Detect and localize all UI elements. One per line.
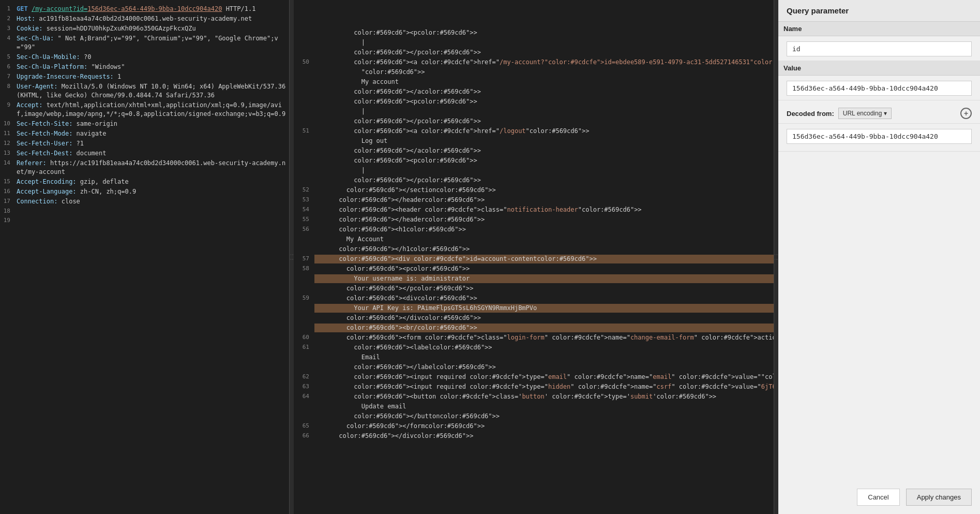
source-line: 52 color:#569cd6"></sectioncolor:#569cd6…	[294, 185, 774, 195]
source-line-number	[294, 117, 314, 126]
source-line: My account	[294, 77, 774, 87]
source-line-content	[314, 1, 774, 9]
source-line-content: color:#569cd6"></labelcolor:#569cd6">>	[314, 363, 774, 372]
source-line: color:#569cd6"></labelcolor:#569cd6">>	[294, 362, 774, 372]
line-content: Sec-Fetch-Site: same-origin	[14, 120, 289, 128]
line-content: Referer: https://ac191fb81eaa4a74c0bd2d3…	[14, 159, 289, 177]
source-line-number	[294, 146, 314, 155]
line-number: 18	[0, 207, 14, 215]
source-line-number: 65	[294, 422, 314, 431]
line-number: 15	[0, 178, 14, 186]
source-line-number	[294, 156, 314, 165]
line-number: 9	[0, 101, 14, 119]
source-line-number: 63	[294, 383, 314, 391]
source-line-content: color:#569cd6"></pcolor:#569cd6">>	[314, 176, 774, 185]
source-line-content: color:#569cd6"><h1color:#569cd6">>	[314, 225, 774, 234]
cancel-button[interactable]: Cancel	[857, 489, 899, 506]
line-number: 1	[0, 5, 14, 13]
line-content: Accept: text/html,application/xhtml+xml,…	[14, 101, 289, 119]
source-line-number: 51	[294, 127, 314, 136]
source-line-number	[294, 78, 314, 86]
request-line: 8User-Agent: Mozilla/5.0 (Windows NT 10.…	[0, 82, 289, 100]
source-line-number: 66	[294, 432, 314, 440]
source-line: 56 color:#569cd6"><h1color:#569cd6">>	[294, 225, 774, 234]
source-line: 50 color:#569cd6"><a color:#9cdcfe">href…	[294, 57, 774, 67]
name-input[interactable]	[787, 41, 972, 56]
request-panel: 1GET /my-account?id=156d36ec-a564-449b-9…	[0, 0, 290, 514]
source-line-number: 64	[294, 392, 314, 401]
source-line-number: 50	[294, 58, 314, 67]
request-line: 18	[0, 207, 289, 216]
source-line-number: 55	[294, 215, 314, 224]
source-line: 66 color:#569cd6"></divcolor:#569cd6">>	[294, 431, 774, 441]
source-line: color:#569cd6"></acolor:#569cd6">>	[294, 87, 774, 97]
request-line: 4Sec-Ch-Ua: " Not A;Brand";v="99", "Chro…	[0, 34, 289, 52]
add-encoding-button[interactable]: +	[960, 108, 972, 119]
source-line-content: color:#569cd6"><pcolor:#569cd6">>	[314, 265, 774, 273]
left-divider[interactable]: ⋮⋮	[290, 0, 294, 514]
source-line-content: color:#569cd6"></h1color:#569cd6">>	[314, 245, 774, 254]
source-line-content: color:#569cd6"></pcolor:#569cd6">>	[314, 48, 774, 57]
line-content: Sec-Fetch-Dest: document	[14, 149, 289, 158]
source-panel: color:#569cd6"><pcolor:#569cd6">> | colo…	[294, 0, 774, 514]
name-label: Name	[778, 22, 980, 36]
line-content: Accept-Encoding: gzip, deflate	[14, 178, 289, 186]
line-content: Sec-Fetch-Mode: navigate	[14, 129, 289, 138]
source-line-content: My Account	[314, 235, 774, 244]
source-line	[294, 0, 774, 9]
source-line-number	[294, 235, 314, 244]
source-line-content: color:#569cd6"><input required color:#9c…	[314, 383, 774, 391]
source-line: 64 color:#569cd6"><button color:#9cdcfe"…	[294, 392, 774, 402]
source-line-content: color:#569cd6"></divcolor:#569cd6">>	[314, 432, 774, 440]
source-line-content: color:#569cd6"><header color:#9cdcfe">cl…	[314, 205, 774, 214]
value-section: Value	[778, 61, 980, 100]
source-line-number: 57	[294, 255, 314, 263]
line-content: Host: ac191fb81eaa4a74c0bd2d34000c0061.w…	[14, 14, 289, 23]
source-line-number	[294, 353, 314, 362]
source-line-number: 56	[294, 225, 314, 234]
source-line-number	[294, 176, 314, 185]
source-line: 62 color:#569cd6"><input required color:…	[294, 372, 774, 382]
request-line: 13Sec-Fetch-Dest: document	[0, 149, 289, 158]
source-line-content: Your username is: administrator	[314, 274, 774, 283]
source-line: color:#569cd6"><pcolor:#569cd6">>	[294, 97, 774, 107]
apply-changes-button[interactable]: Apply changes	[906, 489, 972, 506]
line-content: GET /my-account?id=156d36ec-a564-449b-9b…	[14, 5, 289, 13]
source-line: color:#569cd6"></divcolor:#569cd6">>	[294, 313, 774, 323]
encoding-label: URL encoding	[843, 110, 882, 117]
source-line-content: color:#569cd6"><br/color:#569cd6">>	[314, 324, 774, 332]
source-line-content: Your API Key is: PAimeFlpsGT5sL6hSGYN9Rm…	[314, 304, 774, 313]
source-line: 57 color:#569cd6"><div color:#9cdcfe">id…	[294, 254, 774, 264]
source-line-content: color:#569cd6"></acolor:#569cd6">>	[314, 87, 774, 96]
source-line-content: My account	[314, 78, 774, 86]
source-line-content: color:#569cd6"></headercolor:#569cd6">>	[314, 196, 774, 204]
request-line: 11Sec-Fetch-Mode: navigate	[0, 129, 289, 139]
line-content: Connection: close	[14, 197, 289, 206]
source-line: My Account	[294, 234, 774, 244]
line-content: Cookie: session=hDD7U0hkpZxuKh096o350GAz…	[14, 24, 289, 33]
value-input[interactable]	[787, 81, 972, 96]
source-line-number: 62	[294, 373, 314, 381]
right-divider[interactable]: ⋮⋮	[774, 0, 778, 514]
request-line: 5Sec-Ch-Ua-Mobile: ?0	[0, 52, 289, 62]
source-line: Log out	[294, 136, 774, 146]
line-content: Upgrade-Insecure-Requests: 1	[14, 72, 289, 81]
source-line-number	[294, 107, 314, 116]
source-line-number	[294, 87, 314, 96]
name-section: Name	[778, 22, 980, 61]
source-line: 63 color:#569cd6"><input required color:…	[294, 382, 774, 392]
source-line-content: color:#569cd6"></formcolor:#569cd6">>	[314, 422, 774, 431]
decoded-value-input[interactable]	[787, 129, 972, 144]
source-line-content: color:#569cd6"></pcolor:#569cd6">>	[314, 284, 774, 293]
source-line-number: 61	[294, 343, 314, 352]
source-line-number: 54	[294, 205, 314, 214]
source-line-number	[294, 28, 314, 37]
line-content: Accept-Language: zh-CN, zh;q=0.9	[14, 187, 289, 196]
line-number: 13	[0, 149, 14, 158]
source-line: color:#569cd6"></acolor:#569cd6">>	[294, 146, 774, 156]
source-line: color:#569cd6"></pcolor:#569cd6">>	[294, 116, 774, 126]
encoding-select[interactable]: URL encoding ▾	[838, 108, 892, 119]
source-line: 60 color:#569cd6"><form color:#9cdcfe">c…	[294, 333, 774, 343]
line-number: 4	[0, 34, 14, 52]
source-line: Email	[294, 353, 774, 362]
